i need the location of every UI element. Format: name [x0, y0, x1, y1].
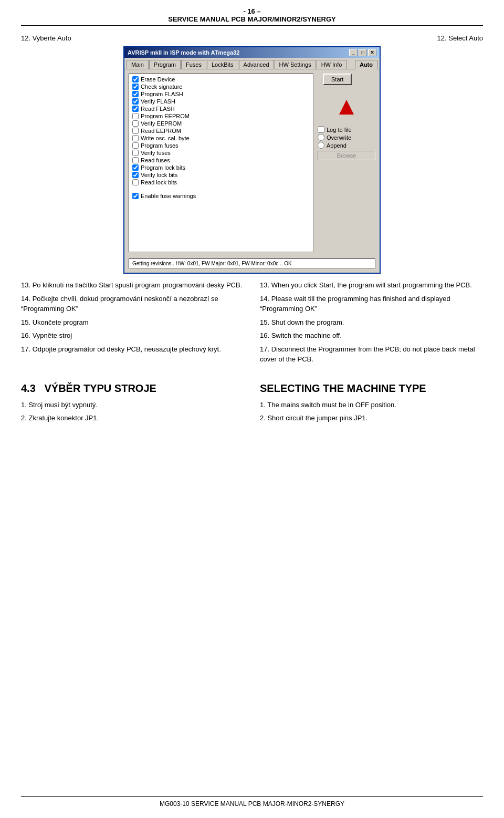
checkbox-verify-flash: Verify FLASH	[132, 98, 310, 105]
step14-right: 14. Please wait till the programming has…	[260, 294, 483, 314]
tab-hwsettings[interactable]: HW Settings	[275, 60, 316, 69]
titlebar-buttons: _ □ ✕	[349, 49, 376, 56]
checkbox-read-fuses: Read fuses	[132, 157, 310, 163]
page-number: - 16 –	[21, 7, 483, 15]
dialog-screenshot-area: AVRISP mkII in ISP mode with ATmega32 _ …	[21, 46, 483, 274]
checkbox-verify-lock-bits: Verify lock bits	[132, 172, 310, 178]
dialog-right-panel: Start ▲ Log to file Overwrite	[318, 74, 375, 252]
step17-right: 17. Disconnect the Programmer from the P…	[260, 344, 483, 365]
footer-text: MG003-10 SERVICE MANUAL PCB MAJOR-MINOR2…	[160, 800, 344, 807]
left-column: 13. Po kliknutí na tlačítko Start spustí…	[21, 280, 244, 368]
log-to-file-label: Log to file	[327, 127, 352, 133]
steps-section: 13. Po kliknutí na tlačítko Start spustí…	[21, 280, 483, 368]
dialog-title: AVRISP mkII in ISP mode with ATmega32	[128, 49, 239, 56]
tab-lockbits[interactable]: LockBits	[207, 60, 238, 69]
page-title: SERVICE MANUAL PCB MAJOR/MINOR2/SYNERGY	[21, 15, 483, 23]
section43-sub1-left: 1. Stroj musí být vypnutý.	[21, 400, 244, 410]
section43-sub2-left: 2. Zkratujte konektor JP1.	[21, 413, 244, 423]
step15-left: 15. Ukončete program	[21, 317, 244, 328]
step12-right-label: 12. Select Auto	[437, 34, 483, 42]
minimize-btn[interactable]: _	[349, 49, 358, 56]
checkbox-list-area: Erase Device Check signature Program FLA…	[129, 74, 313, 252]
overwrite-row: Overwrite	[318, 134, 375, 141]
step13-right: 13. When you click Start, the program wi…	[260, 280, 483, 291]
append-label: Append	[327, 142, 346, 149]
checkbox-verify-eeprom: Verify EEPROM	[132, 120, 310, 127]
restore-btn[interactable]: □	[359, 49, 367, 56]
checkbox-enable-fuse: Enable fuse warnings	[132, 193, 310, 199]
tab-advanced[interactable]: Advanced	[239, 60, 274, 69]
arrow-up-icon: ▲	[318, 94, 375, 119]
page-header: - 16 – SERVICE MANUAL PCB MAJOR/MINOR2/S…	[21, 0, 483, 26]
checkbox-check-signature: Check signature	[132, 84, 310, 90]
section43-title-right: SELECTING THE MACHINE TYPE	[260, 382, 483, 395]
checkbox-program-fuses: Program fuses	[132, 142, 310, 149]
browse-button[interactable]: Browse	[318, 151, 375, 160]
step17-left: 17. Odpojte programátor od desky PCB, ne…	[21, 344, 244, 355]
checkbox-write-osc: Write osc. cal. byte	[132, 135, 310, 141]
step15-right: 15. Shut down the program.	[260, 317, 483, 328]
checkbox-verify-fuses: Verify fuses	[132, 150, 310, 156]
checkbox-read-flash: Read FLASH	[132, 106, 310, 112]
tab-hwinfo[interactable]: HW Info	[317, 60, 347, 69]
step12-row: 12. Vyberte Auto 12. Select Auto	[21, 34, 483, 42]
dialog-body: Erase Device Check signature Program FLA…	[124, 69, 380, 256]
start-button[interactable]: Start	[323, 74, 352, 85]
checkbox-program-flash: Program FLASH	[132, 91, 310, 97]
checkbox-program-lock-bits: Program lock bits	[132, 164, 310, 171]
step14-left: 14. Počkejte chvíli, dokud programování …	[21, 294, 244, 314]
tab-auto[interactable]: Auto	[355, 60, 377, 69]
avrisp-dialog: AVRISP mkII in ISP mode with ATmega32 _ …	[123, 46, 381, 274]
checkbox-read-lock-bits: Read lock bits	[132, 179, 310, 185]
dialog-tabs: Main Program Fuses LockBits Advanced HW …	[124, 58, 380, 69]
section43-left: 4.3 VÝBĚR TYPU STROJE 1. Stroj musí být …	[21, 373, 244, 427]
section43-title-left: 4.3 VÝBĚR TYPU STROJE	[21, 382, 244, 395]
right-column: 13. When you click Start, the program wi…	[260, 280, 483, 368]
checkbox-erase-device: Erase Device	[132, 76, 310, 82]
dialog-status-area: Getting revisions.. HW: 0x01, FW Major: …	[124, 258, 380, 273]
step12-left-label: 12. Vyberte Auto	[21, 34, 71, 42]
tab-program[interactable]: Program	[149, 60, 181, 69]
section43-sub1-right: 1. The mains switch must be in OFF posit…	[260, 400, 483, 410]
step16-left: 16. Vypněte stroj	[21, 330, 244, 341]
dialog-titlebar: AVRISP mkII in ISP mode with ATmega32 _ …	[124, 47, 380, 58]
append-row: Append	[318, 142, 375, 149]
tab-main[interactable]: Main	[127, 60, 149, 69]
tab-fuses[interactable]: Fuses	[181, 60, 206, 69]
log-section: Log to file Overwrite Append Browse	[318, 126, 375, 160]
close-btn[interactable]: ✕	[368, 49, 376, 56]
log-to-file-row: Log to file	[318, 126, 375, 133]
checkbox-program-eeprom: Program EEPROM	[132, 113, 310, 119]
page-footer: MG003-10 SERVICE MANUAL PCB MAJOR-MINOR2…	[21, 796, 483, 807]
section43-right: SELECTING THE MACHINE TYPE 1. The mains …	[260, 373, 483, 427]
step13-left: 13. Po kliknutí na tlačítko Start spustí…	[21, 280, 244, 291]
checkbox-read-eeprom: Read EEPROM	[132, 128, 310, 134]
overwrite-label: Overwrite	[327, 134, 351, 141]
section43-row: 4.3 VÝBĚR TYPU STROJE 1. Stroj musí být …	[21, 373, 483, 427]
section43-sub2-right: 2. Short circuit the jumper pins JP1.	[260, 413, 483, 423]
dialog-status-text: Getting revisions.. HW: 0x01, FW Major: …	[129, 258, 375, 268]
step16-right: 16. Switch the machine off.	[260, 330, 483, 341]
